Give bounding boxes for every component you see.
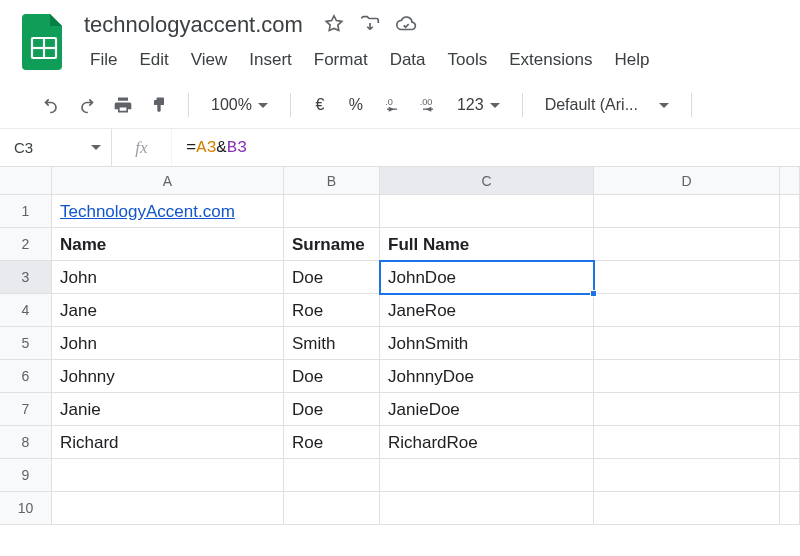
sheets-logo[interactable] (22, 14, 66, 70)
cell[interactable]: Johnny (52, 360, 284, 393)
column-header[interactable]: C (380, 167, 594, 195)
cell[interactable] (594, 327, 780, 360)
cell[interactable] (284, 492, 380, 525)
menu-extensions[interactable]: Extensions (499, 46, 602, 74)
menu-data[interactable]: Data (380, 46, 436, 74)
row-header[interactable]: 10 (0, 492, 52, 525)
column-header[interactable]: D (594, 167, 780, 195)
cell[interactable]: Roe (284, 294, 380, 327)
star-icon[interactable] (323, 13, 345, 38)
cell[interactable] (780, 261, 800, 294)
cell[interactable] (780, 459, 800, 492)
cell[interactable] (52, 492, 284, 525)
document-title[interactable]: technologyaccent.com (80, 10, 307, 40)
increase-decimals-button[interactable]: .00 (413, 90, 443, 120)
cell[interactable] (594, 360, 780, 393)
cell[interactable] (780, 393, 800, 426)
cell[interactable] (380, 195, 594, 228)
cell[interactable] (284, 459, 380, 492)
cell[interactable] (594, 426, 780, 459)
cell[interactable]: Full Name (380, 228, 594, 261)
cell[interactable]: TechnologyAccent.com (52, 195, 284, 228)
zoom-select[interactable]: 100% (203, 90, 276, 120)
row-header[interactable]: 9 (0, 459, 52, 492)
svg-text:.00: .00 (420, 97, 433, 107)
menu-help[interactable]: Help (604, 46, 659, 74)
cell[interactable] (594, 195, 780, 228)
menu-view[interactable]: View (181, 46, 238, 74)
row-header[interactable]: 3 (0, 261, 52, 294)
cell[interactable] (380, 492, 594, 525)
cell[interactable] (594, 393, 780, 426)
paint-format-button[interactable] (144, 90, 174, 120)
cell[interactable]: Surname (284, 228, 380, 261)
decrease-decimals-button[interactable]: .0 (377, 90, 407, 120)
row-header[interactable]: 2 (0, 228, 52, 261)
formula-input[interactable]: =A3&B3 (172, 129, 800, 166)
formula-token-amp: & (217, 138, 227, 157)
cell[interactable]: JanieDoe (380, 393, 594, 426)
cell[interactable] (780, 360, 800, 393)
redo-button[interactable] (72, 90, 102, 120)
cell[interactable] (594, 261, 780, 294)
cell[interactable]: John (52, 327, 284, 360)
cell[interactable]: Doe (284, 393, 380, 426)
font-select[interactable]: Default (Ari... (537, 90, 677, 120)
chevron-down-icon (659, 103, 669, 108)
cell[interactable]: JohnSmith (380, 327, 594, 360)
cell[interactable]: Doe (284, 360, 380, 393)
row-header[interactable]: 4 (0, 294, 52, 327)
row-header[interactable]: 5 (0, 327, 52, 360)
menu-insert[interactable]: Insert (239, 46, 302, 74)
formula-token-ref1: A3 (196, 138, 216, 157)
chevron-down-icon (490, 103, 500, 108)
name-box[interactable]: C3 (0, 129, 112, 166)
cell[interactable] (780, 492, 800, 525)
row-header[interactable]: 1 (0, 195, 52, 228)
cell[interactable] (780, 228, 800, 261)
row-header[interactable]: 8 (0, 426, 52, 459)
cell[interactable] (594, 294, 780, 327)
cell[interactable]: JaneRoe (380, 294, 594, 327)
cell[interactable]: JohnnyDoe (380, 360, 594, 393)
cloud-status-icon[interactable] (395, 13, 417, 38)
more-formats-button[interactable]: 123 (449, 90, 508, 120)
menu-edit[interactable]: Edit (129, 46, 178, 74)
menu-file[interactable]: File (80, 46, 127, 74)
cell[interactable]: Smith (284, 327, 380, 360)
column-header[interactable] (780, 167, 800, 195)
cell[interactable] (52, 459, 284, 492)
move-icon[interactable] (359, 13, 381, 38)
cell[interactable] (380, 459, 594, 492)
chevron-down-icon (91, 145, 101, 150)
row-header[interactable]: 7 (0, 393, 52, 426)
cell[interactable]: Name (52, 228, 284, 261)
column-header[interactable]: B (284, 167, 380, 195)
format-currency-button[interactable]: € (305, 90, 335, 120)
cell[interactable]: Doe (284, 261, 380, 294)
select-all-corner[interactable] (0, 167, 52, 195)
cell[interactable] (594, 459, 780, 492)
cell[interactable] (284, 195, 380, 228)
cell[interactable] (780, 195, 800, 228)
cell[interactable]: John (52, 261, 284, 294)
selection-handle[interactable] (590, 290, 597, 297)
menu-tools[interactable]: Tools (438, 46, 498, 74)
cell[interactable]: Roe (284, 426, 380, 459)
cell[interactable]: JohnDoe (380, 261, 594, 294)
menu-format[interactable]: Format (304, 46, 378, 74)
print-button[interactable] (108, 90, 138, 120)
cell[interactable] (780, 426, 800, 459)
cell[interactable]: Richard (52, 426, 284, 459)
undo-button[interactable] (36, 90, 66, 120)
cell[interactable]: Janie (52, 393, 284, 426)
cell[interactable]: RichardRoe (380, 426, 594, 459)
cell[interactable] (780, 327, 800, 360)
cell[interactable] (594, 492, 780, 525)
format-percent-button[interactable]: % (341, 90, 371, 120)
cell[interactable] (780, 294, 800, 327)
row-header[interactable]: 6 (0, 360, 52, 393)
cell[interactable]: Jane (52, 294, 284, 327)
column-header[interactable]: A (52, 167, 284, 195)
cell[interactable] (594, 228, 780, 261)
